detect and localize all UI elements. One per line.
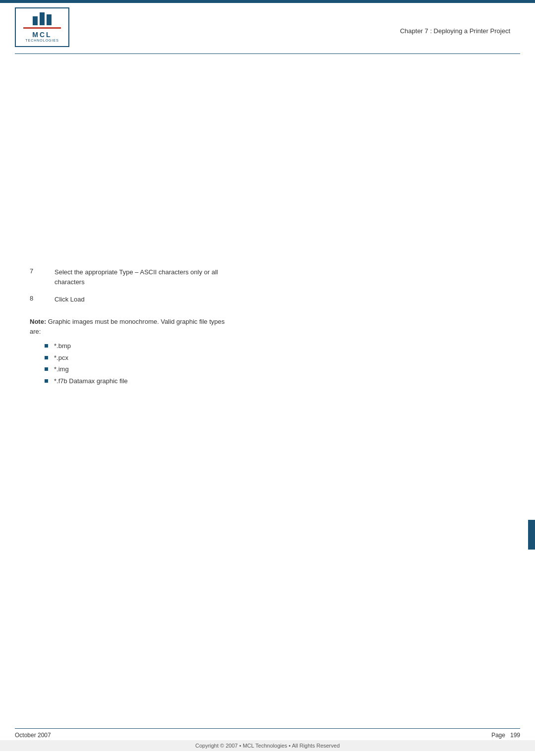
step-item-8: 8 Click Load bbox=[30, 295, 490, 304]
logo-bar-1 bbox=[33, 16, 38, 25]
step-number-7: 7 bbox=[30, 267, 54, 275]
side-watermark: www.mcl-collection.com bbox=[533, 310, 535, 482]
logo-text: MCL TECHNOLOGIES bbox=[25, 31, 59, 42]
bullet-text-1: *.bmp bbox=[54, 341, 71, 351]
note-text: Note: Graphic images must be monochrome.… bbox=[30, 317, 490, 336]
bullet-icon-2 bbox=[45, 356, 48, 359]
bullet-list: *.bmp *.pcx *.img *.f7b Datamax graphic … bbox=[45, 341, 490, 386]
footer-page-number: 199 bbox=[510, 732, 520, 739]
footer-info: October 2007 Page 199 bbox=[15, 732, 520, 739]
logo-bar-3 bbox=[47, 14, 52, 25]
header-line bbox=[15, 53, 520, 54]
list-item: *.pcx bbox=[45, 353, 490, 363]
bullet-text-4: *.f7b Datamax graphic file bbox=[54, 376, 128, 386]
bullet-text-3: *.img bbox=[54, 364, 69, 374]
watermark-container: www.mcl-collection.com bbox=[508, 297, 535, 495]
list-item: *.bmp bbox=[45, 341, 490, 351]
list-item: *.f7b Datamax graphic file bbox=[45, 376, 490, 386]
bullet-icon-4 bbox=[45, 379, 48, 383]
footer-date: October 2007 bbox=[15, 732, 51, 739]
bullet-text-2: *.pcx bbox=[54, 353, 68, 363]
logo-mcl: MCL bbox=[32, 31, 52, 39]
step-item-7: 7 Select the appropriate Type – ASCII ch… bbox=[30, 267, 490, 287]
footer-page-label: Page bbox=[491, 732, 505, 739]
list-item: *.img bbox=[45, 364, 490, 374]
footer-page: Page 199 bbox=[491, 732, 520, 739]
bullet-icon-1 bbox=[45, 344, 48, 348]
bottom-area: October 2007 Page 199 Copyright © 2007 •… bbox=[0, 702, 535, 756]
note-section: Note: Graphic images must be monochrome.… bbox=[30, 317, 490, 388]
logo-bar-2 bbox=[40, 12, 45, 25]
logo-bars bbox=[33, 12, 52, 25]
step-text-8: Click Load bbox=[54, 295, 85, 304]
top-border bbox=[0, 0, 535, 3]
chapter-header: Chapter 7 : Deploying a Printer Project bbox=[400, 27, 510, 35]
main-content: 7 Select the appropriate Type – ASCII ch… bbox=[15, 59, 505, 697]
logo-red-line bbox=[23, 27, 61, 29]
step-number-8: 8 bbox=[30, 295, 54, 302]
bullet-icon-3 bbox=[45, 367, 48, 371]
right-tab bbox=[528, 520, 535, 550]
step-list: 7 Select the appropriate Type – ASCII ch… bbox=[30, 267, 490, 312]
footer-copyright: Copyright © 2007 • MCL Technologies • Al… bbox=[0, 740, 535, 751]
logo-technologies: TECHNOLOGIES bbox=[25, 39, 59, 42]
step-text-7: Select the appropriate Type – ASCII char… bbox=[54, 267, 218, 287]
logo-container: MCL TECHNOLOGIES bbox=[15, 7, 69, 47]
bottom-line bbox=[15, 728, 520, 729]
watermark-text: www.mcl-collection.com bbox=[533, 310, 535, 482]
